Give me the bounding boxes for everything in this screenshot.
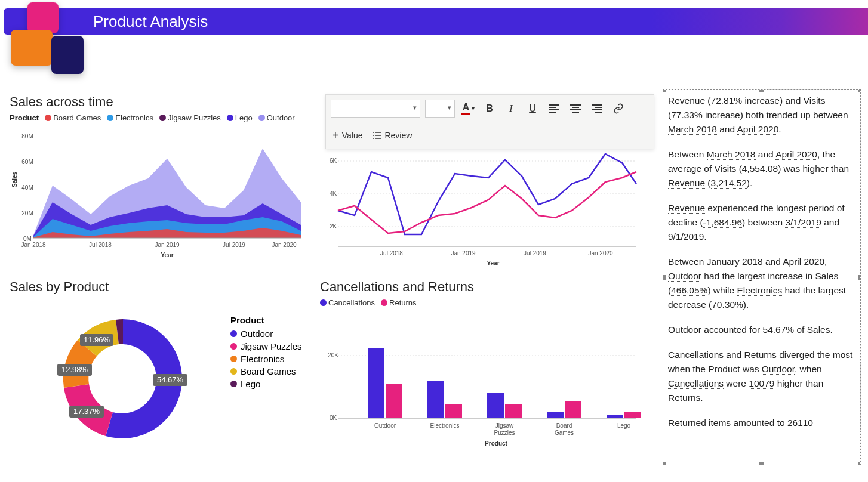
svg-text:Lego: Lego — [617, 422, 631, 429]
bar-chart-svg: 0K 20K Outdoor Electronics JigsawPuzzles… — [320, 310, 648, 453]
resize-handle[interactable] — [663, 89, 666, 92]
resize-handle[interactable] — [663, 462, 666, 465]
align-center-button[interactable] — [567, 100, 584, 118]
svg-text:Year: Year — [161, 252, 173, 258]
svg-rect-37 — [368, 348, 384, 418]
svg-rect-42 — [505, 404, 522, 418]
svg-rect-44 — [565, 401, 581, 418]
svg-text:20M: 20M — [21, 210, 33, 217]
resize-handle[interactable] — [663, 275, 666, 280]
svg-text:12.98%: 12.98% — [61, 365, 88, 374]
svg-text:JigsawPuzzles: JigsawPuzzles — [494, 422, 515, 436]
svg-rect-39 — [427, 381, 444, 418]
chart-title: Cancellations and Returns — [320, 279, 654, 295]
svg-text:2K: 2K — [330, 223, 337, 230]
svg-text:Jan 2020: Jan 2020 — [272, 242, 297, 248]
svg-rect-43 — [547, 412, 564, 418]
header-bar: Product Analysis — [4, 8, 868, 35]
svg-text:Sales: Sales — [11, 171, 18, 187]
svg-text:Jul 2018: Jul 2018 — [89, 242, 112, 248]
svg-text:54.67%: 54.67% — [157, 375, 184, 384]
svg-rect-38 — [386, 384, 402, 418]
svg-text:Jul 2019: Jul 2019 — [524, 250, 546, 257]
svg-rect-46 — [624, 412, 641, 418]
svg-text:20K: 20K — [328, 352, 338, 359]
bold-button[interactable]: B — [481, 100, 498, 118]
svg-text:Jan 2020: Jan 2020 — [588, 250, 613, 257]
svg-text:0K: 0K — [330, 415, 337, 421]
align-left-button[interactable] — [546, 100, 562, 118]
svg-text:Outdoor: Outdoor — [374, 422, 396, 429]
resize-handle[interactable] — [759, 89, 764, 92]
list-icon — [372, 131, 381, 140]
svg-text:BoardGames: BoardGames — [555, 422, 574, 436]
plus-icon: + — [332, 129, 339, 143]
svg-text:17.37%: 17.37% — [73, 407, 100, 416]
add-value-button[interactable]: +Value — [332, 129, 362, 143]
svg-text:11.96%: 11.96% — [84, 335, 110, 344]
chart-legend: Cancellations Returns — [320, 298, 654, 307]
font-color-button[interactable]: A▾ — [460, 100, 476, 118]
svg-text:Jul 2018: Jul 2018 — [380, 250, 403, 257]
chart-title: Sales across time — [10, 94, 314, 110]
chart-sales-across-time[interactable]: Sales across time Product Board Games El… — [10, 94, 314, 273]
area-chart-svg: 0M 20M 40M 60M 80M Sales Jan 2018 Jul 20… — [10, 125, 308, 262]
font-size-select[interactable] — [425, 100, 455, 118]
align-right-button[interactable] — [589, 100, 605, 118]
svg-text:40M: 40M — [21, 184, 33, 191]
page-title: Product Analysis — [93, 13, 208, 31]
svg-text:Electronics: Electronics — [430, 422, 460, 429]
svg-text:Jan 2019: Jan 2019 — [155, 242, 180, 248]
svg-text:Jul 2019: Jul 2019 — [223, 242, 245, 248]
chart-legend: Product Board Games Electronics Jigsaw P… — [10, 113, 314, 122]
svg-text:4K: 4K — [330, 190, 337, 197]
svg-text:Year: Year — [487, 260, 499, 267]
donut-legend: Product Outdoor Jigsaw Puzzles Electroni… — [230, 315, 302, 391]
text-format-toolbar: A▾ B I U +Value Review — [325, 94, 654, 149]
svg-text:6K: 6K — [330, 157, 337, 164]
logo-icon — [8, 0, 84, 76]
svg-text:Jan 2018: Jan 2018 — [21, 242, 46, 248]
svg-text:80M: 80M — [21, 133, 33, 140]
resize-handle[interactable] — [858, 89, 861, 92]
italic-button[interactable]: I — [503, 100, 519, 118]
underline-button[interactable]: U — [524, 100, 541, 118]
chart-title: Sales by Product — [10, 279, 314, 295]
svg-text:Jan 2019: Jan 2019 — [451, 250, 476, 257]
svg-rect-40 — [445, 404, 462, 418]
resize-handle[interactable] — [759, 462, 764, 465]
chart-cancellations-returns[interactable]: Cancellations and Returns Cancellations … — [320, 279, 654, 464]
svg-text:Product: Product — [485, 440, 507, 447]
link-button[interactable] — [610, 100, 627, 118]
resize-handle[interactable] — [858, 462, 861, 465]
svg-text:60M: 60M — [21, 159, 33, 165]
resize-handle[interactable] — [858, 275, 861, 280]
font-family-select[interactable] — [331, 100, 420, 118]
svg-rect-41 — [487, 393, 504, 418]
donut-chart-svg: 54.67% 17.37% 12.98% 11.96% — [10, 298, 224, 453]
smart-narrative-textbox[interactable]: ⋯ Revenue (72.81% increase) and Visits (… — [663, 89, 861, 465]
review-button[interactable]: Review — [372, 131, 412, 140]
chart-sales-by-product[interactable]: Sales by Product 54.67% 17.37% 12.98% 11… — [10, 279, 314, 464]
svg-rect-45 — [607, 415, 623, 418]
